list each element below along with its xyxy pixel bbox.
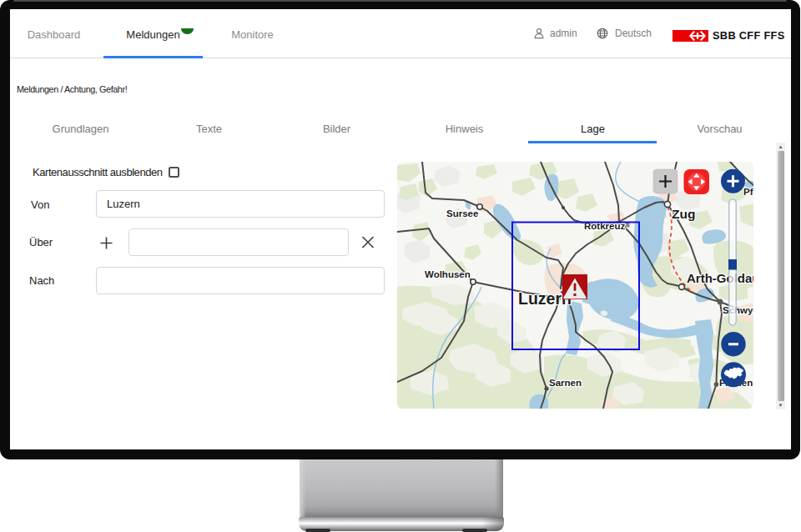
svg-text:Sursee: Sursee [446, 208, 478, 218]
svg-text:Sarnen: Sarnen [549, 378, 582, 388]
svg-text:Arth-Goldau: Arth-Goldau [687, 271, 753, 285]
svg-text:Schwyz: Schwyz [723, 305, 753, 315]
svg-text:Wolhusen: Wolhusen [425, 269, 471, 279]
svg-text:Pf: Pf [743, 187, 753, 197]
svg-text:Zug: Zug [672, 207, 695, 221]
